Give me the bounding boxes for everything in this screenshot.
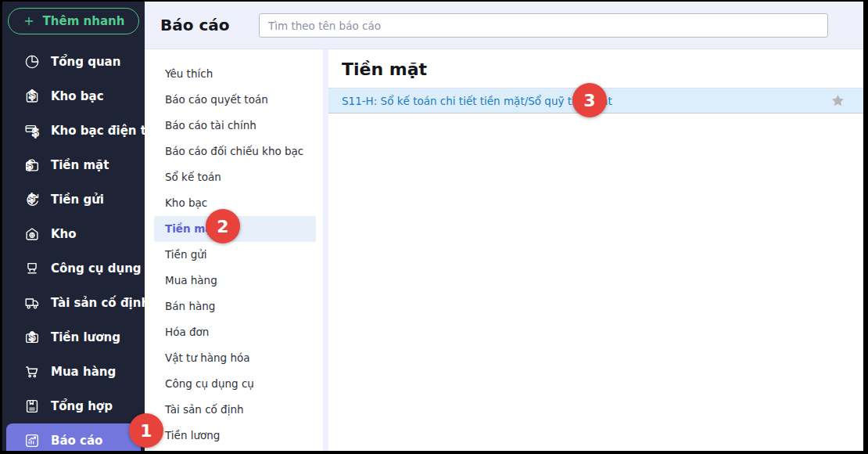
sidebar-item-label: Mua hàng [51,365,116,379]
sidebar-item-label: Kho bạc điện tử [51,124,155,138]
report-category-bao-cao-tai-chinh[interactable]: Báo cáo tài chính [154,113,316,139]
app-window: Thêm nhanh Tổng quan Kho bạc Kho bạc điệ… [2,2,863,451]
sidebar-item-kho-bac[interactable]: Kho bạc [6,79,141,114]
sidebar-item-label: Tiền lương [51,330,120,344]
warehouse-icon [23,225,41,243]
report-category-hoa-don[interactable]: Hóa đơn [154,319,316,345]
treasury-shield-icon [23,88,41,105]
report-category-tai-san-co-dinh[interactable]: Tài sản cố định [154,397,316,423]
report-chart-icon [23,432,41,449]
pie-chart-icon [23,53,41,70]
plus-icon [23,15,35,27]
report-category-ban-hang[interactable]: Bán hàng [154,294,316,319]
e-treasury-icon [23,122,41,139]
right-pane: Báo cáo Yêu thích Báo cáo quyết toán Báo… [145,2,863,451]
sidebar-item-tong-quan[interactable]: Tổng quan [6,45,141,79]
panel-divider [323,49,328,451]
sidebar-item-label: Tiền mặt [51,158,109,172]
sidebar-item-cong-cu-dung-cu[interactable]: Công cụ dụng cụ [6,251,141,286]
sidebar-item-mua-hang[interactable]: Mua hàng [6,355,141,389]
sidebar-item-tai-san-co-dinh[interactable]: Tài sản cố định [6,286,141,320]
star-icon[interactable] [830,92,846,109]
quick-add-label: Thêm nhanh [43,14,125,28]
report-category-kho-bac[interactable]: Kho bạc [154,190,316,216]
sidebar-item-tien-gui[interactable]: Tiền gửi [6,182,141,217]
cash-wallet-icon [23,157,41,174]
report-category-tien-luong[interactable]: Tiền lương [154,423,316,449]
sidebar-item-label: Kho bạc [51,89,104,103]
page-title: Báo cáo [160,16,230,34]
sidebar-item-tong-hop[interactable]: Tổng hợp [6,389,141,423]
step-2-badge: 2 [206,209,240,243]
main-sidebar: Thêm nhanh Tổng quan Kho bạc Kho bạc điệ… [2,2,145,451]
report-category-bao-cao-doi-chieu-kho-bac[interactable]: Báo cáo đối chiếu kho bạc [154,139,316,164]
sidebar-item-tien-luong[interactable]: Tiền lương [6,320,141,355]
sidebar-item-tien-mat[interactable]: Tiền mặt [6,148,141,182]
sidebar-item-kho[interactable]: Kho [6,217,141,251]
sidebar-item-label: Tổng quan [51,55,120,69]
report-category-vat-tu-hang-hoa[interactable]: Vật tư hàng hóa [154,345,316,371]
sidebar-item-kho-bac-dien-tu[interactable]: Kho bạc điện tử [6,114,141,148]
report-category-tien-gui[interactable]: Tiền gửi [154,242,316,268]
tools-icon [23,260,41,277]
report-search-input[interactable] [259,13,828,38]
report-category-bao-cao-quyet-toan[interactable]: Báo cáo quyết toán [154,87,316,113]
step-3-badge: 3 [572,83,607,117]
salary-briefcase-icon [23,329,41,346]
sidebar-item-label: Tiền gửi [51,193,104,207]
report-category-menu: Yêu thích Báo cáo quyết toán Báo cáo tài… [145,49,323,451]
sidebar-item-label: Báo cáo [51,434,102,448]
sidebar-nav: Tổng quan Kho bạc Kho bạc điện tử Tiền m… [2,45,145,451]
report-category-yeu-thich[interactable]: Yêu thích [154,61,316,87]
report-category-cong-cu-dung-cu[interactable]: Công cụ dụng cụ [154,371,316,397]
sidebar-item-bao-cao[interactable]: Báo cáo [6,423,141,451]
cart-icon [23,363,41,380]
truck-icon [23,294,41,312]
report-category-so-ke-toan[interactable]: Sổ kế toán [154,164,316,190]
step-1-badge: 1 [129,413,163,448]
report-category-mua-hang[interactable]: Mua hàng [154,268,316,294]
category-title: Tiền mặt [328,49,863,88]
sidebar-item-label: Kho [51,227,77,241]
page-header: Báo cáo [145,2,863,49]
sidebar-item-label: Tài sản cố định [51,296,149,310]
sidebar-item-label: Tổng hợp [51,399,113,413]
report-link[interactable]: S11-H: Sổ kế toán chi tiết tiền mặt/Sổ q… [342,95,612,107]
content-area: Yêu thích Báo cáo quyết toán Báo cáo tài… [145,49,863,451]
quick-add-button[interactable]: Thêm nhanh [8,8,139,34]
ledger-icon [23,398,41,415]
deposit-cycle-icon [23,191,41,208]
